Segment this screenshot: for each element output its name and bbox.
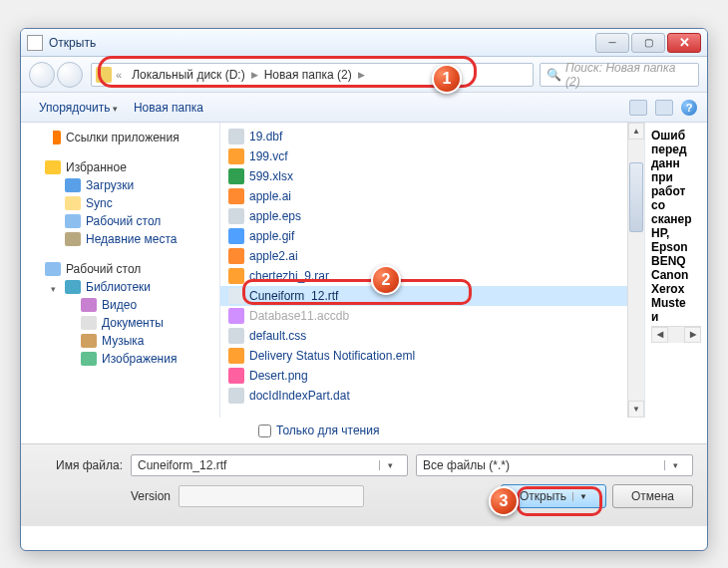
sidebar-desktop[interactable]: Рабочий стол [21,212,219,230]
css-file-icon [228,328,244,344]
dat-file-icon [228,388,244,404]
file-name: chertezhi_9.rar [249,269,329,283]
accdb-file-icon [228,308,244,324]
file-row[interactable]: Cuneiform_12.rtf [220,286,644,306]
eps-file-icon [228,208,244,224]
preview-line: Xerox [651,282,701,296]
nav-bar: « Локальный диск (D:) ▶ Новая папка (2) … [21,57,707,93]
file-row[interactable]: apple.eps [220,206,644,226]
readonly-checkbox[interactable] [258,425,271,437]
filename-dropdown-icon[interactable]: ▾ [379,460,401,470]
rtf-file-icon [228,288,244,304]
sidebar-libraries[interactable]: ▾Библиотеки [21,278,219,296]
file-list[interactable]: 19.dbf199.vcf599.xlsxapple.aiapple.epsap… [220,123,644,418]
scroll-right-button[interactable]: ▶ [684,327,701,343]
file-row[interactable]: docIdIndexPart.dat [220,386,644,406]
dbf-file-icon [228,129,244,144]
file-name: apple.ai [249,189,291,203]
sidebar-music[interactable]: Музыка [21,332,219,350]
file-row[interactable]: 199.vcf [220,146,644,166]
preview-line: BENQ [651,254,701,268]
search-input[interactable]: 🔍 Поиск: Новая папка (2) [540,63,699,87]
scroll-thumb[interactable] [629,162,643,232]
scrollbar-vertical[interactable]: ▲ ▼ [627,123,644,418]
sidebar: Ссылки приложения Избранное Загрузки Syn… [21,123,220,418]
scroll-down-button[interactable]: ▼ [628,401,644,418]
sidebar-recent[interactable]: Недавние места [21,230,219,248]
document-icon [81,316,97,330]
file-row[interactable]: apple2.ai [220,246,644,266]
sidebar-desktop-root[interactable]: Рабочий стол [21,260,219,278]
breadcrumb-drive[interactable]: Локальный диск (D:) [126,68,251,82]
preview-line: Epson [651,240,701,254]
filter-dropdown-icon[interactable]: ▾ [664,460,686,470]
download-icon [65,178,81,192]
vlc-icon [45,131,61,144]
file-name: Delivery Status Notification.eml [249,349,415,363]
new-folder-button[interactable]: Новая папка [126,97,211,119]
preview-line: данн [651,156,701,170]
sidebar-documents[interactable]: Документы [21,314,219,332]
version-input[interactable] [179,485,364,507]
folder-icon [65,196,81,210]
sidebar-favorites[interactable]: Избранное [21,158,219,176]
scrollbar-horizontal[interactable]: ◀▶ [651,326,701,343]
file-row[interactable]: 19.dbf [220,127,644,146]
file-row[interactable]: Desert.png [220,366,644,386]
file-name: Database11.accdb [249,309,349,323]
organize-button[interactable]: Упорядочить [31,97,126,119]
image-icon [81,352,97,366]
filetype-filter[interactable]: Все файлы (*.*) ▾ [416,454,693,476]
filename-label: Имя файла: [35,458,131,472]
library-icon [65,280,81,294]
file-name: Cuneiform_12.rtf [249,289,338,303]
scroll-left-button[interactable]: ◀ [651,327,668,343]
file-name: apple.eps [249,209,301,223]
file-row[interactable]: default.css [220,326,644,346]
address-bar[interactable]: « Локальный диск (D:) ▶ Новая папка (2) … [91,63,534,87]
maximize-button[interactable]: ▢ [631,33,665,53]
help-button[interactable]: ? [681,100,697,116]
minimize-button[interactable]: ─ [595,33,629,53]
file-row[interactable]: chertezhi_9.rar [220,266,644,286]
sidebar-downloads[interactable]: Загрузки [21,176,219,194]
tree-collapse-icon[interactable]: ▾ [51,284,60,293]
version-label: Version [131,489,179,503]
file-row[interactable]: Database11.accdb [220,306,644,326]
close-button[interactable]: ✕ [667,33,701,53]
back-button[interactable] [29,62,55,88]
chevron-down-icon[interactable]: ▼ [572,492,587,501]
breadcrumb-folder[interactable]: Новая папка (2) [258,68,358,82]
sidebar-app-links[interactable]: Ссылки приложения [21,129,219,146]
preview-pane-button[interactable] [655,100,673,116]
sidebar-pictures[interactable]: Изображения [21,350,219,368]
readonly-label: Только для чтения [276,424,379,437]
view-button[interactable] [629,100,647,116]
file-name: apple.gif [249,229,294,243]
file-row[interactable]: Delivery Status Notification.eml [220,346,644,366]
file-row[interactable]: apple.gif [220,226,644,246]
eml-file-icon [228,348,244,364]
sidebar-videos[interactable]: Видео [21,296,219,314]
breadcrumb-arrow-icon: ▶ [251,70,258,80]
preview-line: и [651,310,701,324]
star-icon [45,160,61,174]
marker-2: 2 [371,265,401,295]
marker-1: 1 [432,64,462,94]
file-name: Desert.png [249,369,308,383]
file-row[interactable]: apple.ai [220,186,644,206]
preview-line: при [651,170,701,184]
footer: Имя файла: Cuneiform_12.rtf ▾ Все файлы … [21,443,707,526]
file-name: 199.vcf [249,149,288,163]
preview-line: работ [651,184,701,198]
filename-input[interactable]: Cuneiform_12.rtf ▾ [131,454,408,476]
file-name: 599.xlsx [249,169,293,183]
forward-button[interactable] [57,62,83,88]
cancel-button[interactable]: Отмена [612,484,693,508]
toolbar: Упорядочить Новая папка ? [21,93,707,123]
file-row[interactable]: 599.xlsx [220,166,644,186]
scroll-up-button[interactable]: ▲ [628,123,644,140]
preview-pane: ОшибпередданнприработсосканерHP,EpsonBEN… [644,123,707,418]
recent-icon [65,232,81,246]
sidebar-sync[interactable]: Sync [21,194,219,212]
